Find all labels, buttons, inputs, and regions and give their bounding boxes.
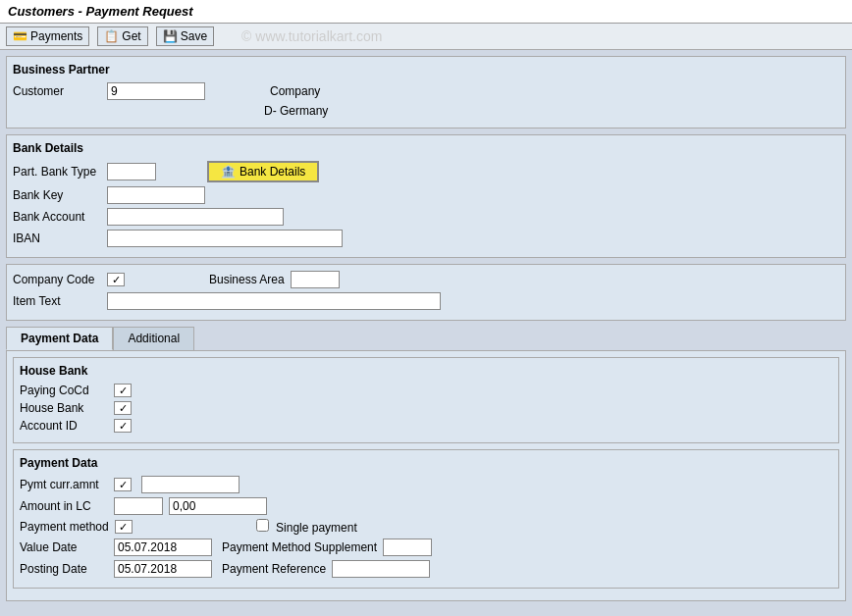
bank-key-label: Bank Key (13, 188, 101, 202)
bank-details-button[interactable]: 🏦 Bank Details (207, 161, 319, 182)
title-bar: Customers - Payment Request (0, 0, 852, 24)
amount-in-lc-row: Amount in LC (20, 497, 832, 515)
company-code-label: Company Code (13, 273, 101, 286)
payment-method-checkbox[interactable]: ✓ (115, 520, 133, 534)
account-id-label: Account ID (20, 419, 108, 433)
bank-details-icon: 🏦 (221, 165, 236, 179)
house-bank-checkbox[interactable]: ✓ (114, 401, 132, 415)
part-bank-type-label: Part. Bank Type (13, 165, 101, 179)
value-date-label: Value Date (20, 540, 108, 554)
iban-row: IBAN (13, 230, 839, 247)
payments-icon: 💳 (13, 29, 27, 43)
house-bank-label: House Bank (20, 401, 108, 415)
payments-label: Payments (30, 29, 82, 43)
amount-in-lc-label: Amount in LC (20, 499, 108, 513)
payment-reference-label: Payment Reference (222, 562, 326, 576)
company-label: Company (270, 84, 320, 98)
payments-button[interactable]: 💳 Payments (6, 26, 89, 46)
bank-account-label: Bank Account (13, 210, 101, 224)
iban-label: IBAN (13, 231, 101, 245)
payment-method-supplement-label: Payment Method Supplement (222, 540, 377, 554)
paying-cocd-row: Paying CoCd ✓ (20, 384, 832, 397)
value-date-row: Value Date Payment Method Supplement (20, 539, 832, 556)
company-code-row: Company Code ✓ Business Area (13, 271, 839, 288)
pymt-curr-amnt-input[interactable] (141, 476, 240, 493)
country-text: D- Germany (264, 104, 328, 118)
amount-in-lc-currency-input[interactable] (114, 497, 163, 515)
house-bank-section: House Bank Paying CoCd ✓ House Bank ✓ Ac… (13, 357, 839, 443)
bank-key-input[interactable] (107, 186, 205, 204)
payment-method-row: Payment method ✓ Single payment (20, 519, 832, 535)
company-code-checkbox[interactable]: ✓ (107, 273, 125, 286)
iban-input[interactable] (107, 230, 343, 247)
tab-payment-data[interactable]: Payment Data (6, 327, 113, 350)
bank-account-row: Bank Account (13, 208, 839, 226)
payment-reference-input[interactable] (332, 560, 430, 578)
toolbar: 💳 Payments 📋 Get 💾 Save © www.tutorialka… (0, 24, 852, 50)
country-row: D- Germany (13, 104, 839, 118)
pymt-curr-amnt-label: Pymt curr.amnt (20, 478, 108, 491)
business-area-input[interactable] (291, 271, 340, 288)
part-bank-type-row: Part. Bank Type 🏦 Bank Details (13, 161, 839, 182)
single-payment-label: Single payment (276, 521, 357, 535)
business-area-label: Business Area (209, 273, 285, 286)
customer-row: Customer Company (13, 82, 839, 100)
posting-date-input[interactable] (114, 560, 212, 578)
paying-cocd-checkbox[interactable]: ✓ (114, 384, 132, 397)
save-label: Save (181, 29, 207, 43)
posting-date-label: Posting Date (20, 562, 108, 576)
item-text-row: Item Text (13, 292, 839, 310)
account-id-row: Account ID ✓ (20, 419, 832, 433)
payment-method-label: Payment method (20, 520, 109, 534)
account-id-checkbox[interactable]: ✓ (114, 419, 132, 433)
bank-account-input[interactable] (107, 208, 284, 226)
item-text-input[interactable] (107, 292, 441, 310)
save-button[interactable]: 💾 Save (156, 26, 214, 46)
house-bank-row: House Bank ✓ (20, 401, 832, 415)
bank-details-title: Bank Details (13, 141, 839, 155)
bank-key-row: Bank Key (13, 186, 839, 204)
paying-cocd-label: Paying CoCd (20, 384, 108, 397)
part-bank-type-input[interactable] (107, 163, 156, 180)
save-icon: 💾 (163, 29, 178, 43)
payment-data-section: Payment Data Pymt curr.amnt ✓ Amount in … (13, 449, 839, 589)
business-partner-section: Business Partner Customer Company D- Ger… (6, 56, 846, 128)
item-text-label: Item Text (13, 294, 101, 308)
pymt-curr-amnt-checkbox[interactable]: ✓ (114, 478, 132, 491)
watermark: © www.tutorialkart.com (241, 28, 382, 44)
page-title: Customers - Payment Request (8, 4, 193, 19)
house-bank-title: House Bank (20, 364, 832, 378)
tab-content: House Bank Paying CoCd ✓ House Bank ✓ Ac… (6, 350, 846, 601)
bank-details-section: Bank Details Part. Bank Type 🏦 Bank Deta… (6, 134, 846, 258)
pymt-curr-amnt-row: Pymt curr.amnt ✓ (20, 476, 832, 493)
tab-payment-data-label: Payment Data (21, 332, 98, 345)
payment-method-supplement-input[interactable] (383, 539, 432, 556)
amount-in-lc-value-input[interactable] (169, 497, 267, 515)
customer-input[interactable] (107, 82, 205, 100)
customer-label: Customer (13, 84, 101, 98)
main-content: Business Partner Customer Company D- Ger… (0, 50, 852, 611)
payment-data-title: Payment Data (20, 456, 832, 470)
business-partner-title: Business Partner (13, 63, 839, 77)
tabs-bar: Payment Data Additional (6, 327, 846, 350)
get-button[interactable]: 📋 Get (97, 26, 147, 46)
get-icon: 📋 (104, 29, 119, 43)
value-date-input[interactable] (114, 539, 212, 556)
bank-details-btn-label: Bank Details (240, 165, 305, 179)
company-area-section: Company Code ✓ Business Area Item Text (6, 264, 846, 321)
get-label: Get (122, 29, 140, 43)
single-payment-checkbox[interactable] (256, 519, 269, 532)
posting-date-row: Posting Date Payment Reference (20, 560, 832, 578)
tab-additional[interactable]: Additional (113, 327, 194, 350)
tab-additional-label: Additional (128, 332, 180, 345)
